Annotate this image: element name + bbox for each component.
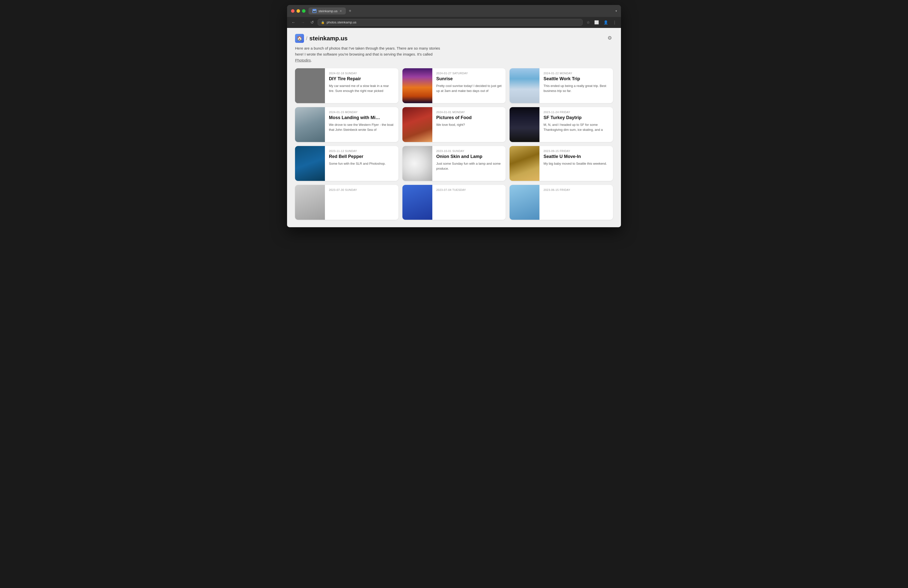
card-date: 2023-11-12 SUNDAY [329, 150, 394, 153]
card-info: 2024-01-27 SATURDAYSunrisePretty cool su… [432, 68, 506, 103]
card-date: 2023-06-15 FRIDAY [543, 188, 609, 191]
card-thumbnail [510, 146, 539, 181]
card-info: 2024-01-01 MONDAYPictures of FoodWe love… [432, 107, 506, 142]
minimize-button[interactable] [296, 9, 300, 13]
tab-close-button[interactable]: ✕ [340, 10, 342, 13]
tabs-dropdown-button[interactable]: ▾ [615, 9, 617, 13]
card-thumbnail [295, 146, 325, 181]
card-thumbnail [510, 68, 539, 103]
site-title-row: 🏠 / steinkamp.us [295, 34, 449, 43]
photo-card[interactable]: 2023-10-01 SUNDAYOnion Skin and LampJust… [402, 146, 506, 181]
window-controls [291, 9, 306, 13]
photo-grid: 2024-02-18 SUNDAYDIY Tire RepairMy car w… [295, 68, 613, 220]
card-title: Sunrise [436, 76, 502, 82]
card-info: 2024-01-22 MONDAYSeattle Work TripThis e… [539, 68, 613, 103]
card-thumbnail [402, 68, 432, 103]
photo-card[interactable]: 2024-02-18 SUNDAYDIY Tire RepairMy car w… [295, 68, 398, 103]
new-tab-button[interactable]: + [348, 8, 353, 14]
description-text-2: . [311, 58, 312, 62]
tab-bar: 📷 steinkamp.us ✕ + ▾ [309, 8, 617, 14]
photo-card[interactable]: 2024-01-15 MONDAYMoss Landing with Mi…We… [295, 107, 398, 142]
photo-card[interactable]: 2024-01-27 SATURDAYSunrisePretty cool su… [402, 68, 506, 103]
card-description: M, N, and I headed up to SF for some Tha… [543, 122, 609, 132]
card-thumbnail [402, 146, 432, 181]
url-display: photos.steinkamp.us [327, 21, 356, 24]
card-description: Some fun with the SLR and Photoshop. [329, 161, 394, 166]
navigation-bar: ← → ↺ 🔒 photos.steinkamp.us ☆ ⬜ 👤 ⋮ [287, 17, 621, 28]
site-title: steinkamp.us [309, 35, 348, 42]
card-description: Just some Sunday fun with a lamp and som… [436, 161, 502, 171]
active-tab[interactable]: 📷 steinkamp.us ✕ [309, 8, 346, 14]
card-info: 2024-02-18 SUNDAYDIY Tire RepairMy car w… [325, 68, 398, 103]
photodirs-link[interactable]: Photodirs [295, 58, 311, 62]
photo-card[interactable]: 2023-07-04 TUESDAY [402, 185, 506, 220]
card-thumbnail [402, 107, 432, 142]
card-info: 2023-07-04 TUESDAY [432, 185, 506, 220]
profile-button[interactable]: 👤 [602, 19, 610, 26]
card-description: This ended up being a really great trip.… [543, 84, 609, 93]
card-description: My big baby moved to Seattle this weeken… [543, 161, 609, 166]
card-info: 2024-01-15 MONDAYMoss Landing with Mi…We… [325, 107, 398, 142]
nav-actions: ☆ ⬜ 👤 ⋮ [585, 19, 618, 26]
reload-button[interactable]: ↺ [309, 19, 315, 26]
card-info: 2023-07-30 SUNDAY [325, 185, 398, 220]
card-title: Seattle Work Trip [543, 76, 609, 82]
photo-card[interactable]: 2023-06-15 FRIDAY [510, 185, 613, 220]
card-thumbnail [295, 107, 325, 142]
card-date: 2024-01-22 MONDAY [543, 72, 609, 75]
card-info: 2023-06-15 FRIDAY [539, 185, 613, 220]
tab-title: steinkamp.us [319, 9, 338, 13]
photo-card[interactable]: 2023-11-24 FRIDAYSF Turkey DaytripM, N, … [510, 107, 613, 142]
card-date: 2024-02-18 SUNDAY [329, 72, 394, 75]
card-title: Red Bell Pepper [329, 154, 394, 159]
card-description: My car warned me of a slow leak in a rea… [329, 84, 394, 93]
photo-card[interactable]: 2023-09-15 FRIDAYSeattle U Move-InMy big… [510, 146, 613, 181]
site-icon: 🏠 [295, 34, 304, 43]
card-description: Pretty cool sunrise today! I decided to … [436, 84, 502, 93]
card-date: 2024-01-01 MONDAY [436, 111, 502, 114]
close-button[interactable] [291, 9, 295, 13]
photo-card[interactable]: 2023-11-12 SUNDAYRed Bell PepperSome fun… [295, 146, 398, 181]
card-title: DIY Tire Repair [329, 76, 394, 82]
menu-button[interactable]: ⋮ [611, 19, 618, 26]
card-title: Onion Skin and Lamp [436, 154, 502, 159]
description-text-1: Here are a bunch of photos that I've tak… [295, 46, 440, 56]
breadcrumb-separator: / [306, 35, 307, 41]
card-date: 2023-11-24 FRIDAY [543, 111, 609, 114]
photo-card[interactable]: 2023-07-30 SUNDAY [295, 185, 398, 220]
site-header-left: 🏠 / steinkamp.us Here are a bunch of pho… [295, 34, 449, 63]
card-thumbnail [402, 185, 432, 220]
forward-button[interactable]: → [299, 19, 306, 26]
card-thumbnail [295, 185, 325, 220]
address-bar[interactable]: 🔒 photos.steinkamp.us [318, 19, 583, 26]
card-description: We drove to see the Western Flyer - the … [329, 122, 394, 132]
photo-card[interactable]: 2024-01-22 MONDAYSeattle Work TripThis e… [510, 68, 613, 103]
card-info: 2023-09-15 FRIDAYSeattle U Move-InMy big… [539, 146, 613, 181]
card-title: Moss Landing with Mi… [329, 115, 394, 120]
site-header: 🏠 / steinkamp.us Here are a bunch of pho… [295, 34, 613, 63]
security-icon: 🔒 [321, 21, 325, 24]
card-info: 2023-11-12 SUNDAYRed Bell PepperSome fun… [325, 146, 398, 181]
card-title: Pictures of Food [436, 115, 502, 120]
bookmark-button[interactable]: ☆ [585, 19, 591, 26]
maximize-button[interactable] [302, 9, 306, 13]
card-title: Seattle U Move-In [543, 154, 609, 159]
card-info: 2023-11-24 FRIDAYSF Turkey DaytripM, N, … [539, 107, 613, 142]
photo-card[interactable]: 2024-01-01 MONDAYPictures of FoodWe love… [402, 107, 506, 142]
back-button[interactable]: ← [290, 19, 297, 26]
card-thumbnail [510, 107, 539, 142]
extensions-button[interactable]: ⬜ [593, 19, 601, 26]
site-description: Here are a bunch of photos that I've tak… [295, 45, 449, 63]
card-thumbnail [510, 185, 539, 220]
card-date: 2023-10-01 SUNDAY [436, 150, 502, 153]
card-date: 2024-01-15 MONDAY [329, 111, 394, 114]
card-title: SF Turkey Daytrip [543, 115, 609, 120]
card-description: We love food, right? [436, 122, 502, 127]
card-thumbnail [295, 68, 325, 103]
tab-favicon: 📷 [312, 9, 316, 13]
card-date: 2023-07-30 SUNDAY [329, 188, 394, 191]
card-date: 2023-09-15 FRIDAY [543, 150, 609, 153]
card-date: 2024-01-27 SATURDAY [436, 72, 502, 75]
settings-button[interactable]: ⚙ [607, 34, 613, 42]
page-content: 🏠 / steinkamp.us Here are a bunch of pho… [287, 28, 621, 227]
